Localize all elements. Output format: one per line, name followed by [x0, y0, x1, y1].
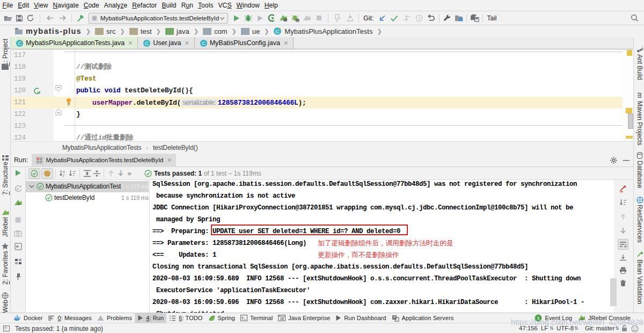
svg-text:z: z	[63, 173, 64, 177]
svg-text:C: C	[145, 40, 149, 46]
svg-text:E: E	[282, 317, 284, 321]
svg-text:C: C	[202, 40, 206, 46]
svg-text:C: C	[276, 28, 280, 34]
svg-text:a: a	[63, 170, 65, 173]
svg-text:1: 1	[537, 316, 540, 321]
